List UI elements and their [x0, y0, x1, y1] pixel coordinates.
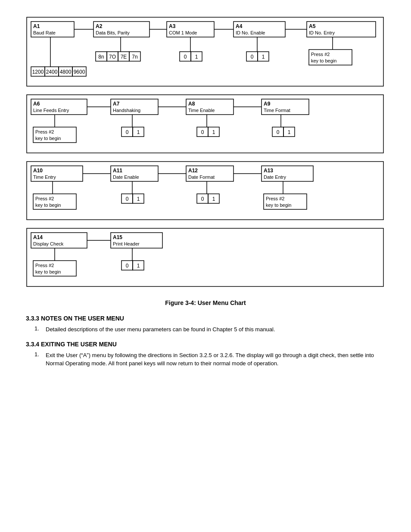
- svg-text:ID No. Enable: ID No. Enable: [236, 30, 265, 35]
- svg-text:Baud Rate: Baud Rate: [33, 30, 56, 35]
- svg-text:A4: A4: [236, 23, 243, 29]
- svg-text:A15: A15: [113, 234, 122, 240]
- svg-text:Handshaking: Handshaking: [113, 108, 140, 113]
- row3-svg: A10 Time Entry Press #2 key to begin A11…: [27, 162, 384, 224]
- svg-text:Line Feeds Entry: Line Feeds Entry: [33, 108, 69, 113]
- svg-rect-52: [27, 95, 383, 153]
- svg-text:Data Bits, Parity: Data Bits, Parity: [96, 30, 130, 35]
- svg-text:A2: A2: [96, 23, 103, 29]
- svg-text:8n: 8n: [98, 54, 104, 60]
- svg-text:A3: A3: [169, 23, 176, 29]
- svg-text:1: 1: [195, 54, 198, 60]
- svg-text:9600: 9600: [74, 69, 85, 75]
- flowchart-wrapper: A1 Baud Rate 1200 2400 4800 9600 A2 Data…: [27, 17, 384, 291]
- notes-num-1: 1.: [34, 325, 41, 334]
- svg-text:0: 0: [126, 263, 129, 269]
- svg-text:1: 1: [212, 196, 215, 202]
- exit-heading: 3.3.4 EXITING THE USER MENU: [26, 341, 385, 348]
- svg-text:key to begin: key to begin: [35, 136, 61, 141]
- svg-text:A5: A5: [309, 23, 316, 29]
- svg-text:0: 0: [201, 129, 204, 135]
- svg-text:A12: A12: [188, 168, 198, 174]
- svg-text:A1: A1: [33, 23, 40, 29]
- row1-svg: A1 Baud Rate 1200 2400 4800 9600 A2 Data…: [27, 17, 384, 90]
- svg-text:7E: 7E: [121, 54, 127, 60]
- svg-text:1: 1: [262, 54, 265, 60]
- svg-text:ID No. Entry: ID No. Entry: [309, 30, 335, 35]
- svg-text:7O: 7O: [109, 54, 116, 60]
- notes-section: 3.3.3 NOTES ON THE USER MENU 1. Detailed…: [26, 315, 385, 334]
- svg-text:Date Enable: Date Enable: [113, 174, 139, 180]
- svg-text:Press #2: Press #2: [35, 196, 54, 201]
- svg-text:A14: A14: [33, 234, 43, 240]
- svg-text:0: 0: [201, 196, 204, 202]
- svg-text:key to begin: key to begin: [266, 202, 291, 208]
- svg-text:A7: A7: [113, 101, 120, 107]
- svg-text:A13: A13: [264, 168, 273, 174]
- svg-text:Time Entry: Time Entry: [33, 174, 56, 180]
- svg-text:Date Format: Date Format: [188, 174, 215, 180]
- svg-text:Press #2: Press #2: [266, 196, 284, 201]
- svg-text:1: 1: [137, 196, 140, 202]
- svg-text:key to begin: key to begin: [35, 202, 61, 208]
- svg-text:0: 0: [277, 129, 280, 135]
- svg-text:Display Check: Display Check: [33, 241, 64, 246]
- notes-item-1: 1. Detailed descriptions of the user men…: [26, 325, 385, 334]
- svg-text:1: 1: [137, 263, 140, 269]
- svg-text:Print Header: Print Header: [113, 241, 140, 246]
- svg-text:0: 0: [184, 54, 187, 60]
- svg-text:A9: A9: [264, 101, 271, 107]
- svg-rect-87: [27, 162, 383, 220]
- svg-text:1: 1: [137, 129, 140, 135]
- svg-text:Press #2: Press #2: [35, 129, 54, 134]
- notes-heading: 3.3.3 NOTES ON THE USER MENU: [26, 315, 385, 322]
- row2-svg: A6 Line Feeds Entry Press #2 key to begi…: [27, 95, 384, 157]
- svg-text:A10: A10: [33, 168, 43, 174]
- svg-text:key to begin: key to begin: [311, 58, 336, 63]
- svg-text:Press #2: Press #2: [311, 52, 330, 57]
- svg-text:2400: 2400: [46, 69, 58, 75]
- exit-num-1: 1.: [34, 351, 41, 368]
- svg-text:0: 0: [126, 196, 129, 202]
- svg-text:Time Enable: Time Enable: [188, 108, 215, 113]
- svg-text:1: 1: [212, 129, 215, 135]
- figure-caption: Figure 3-4: User Menu Chart: [26, 299, 385, 306]
- row4-svg: A14 Display Check Press #2 key to begin …: [27, 228, 384, 291]
- svg-text:A6: A6: [33, 101, 40, 107]
- exit-item-1: 1. Exit the User (“A”) menu by following…: [26, 351, 385, 368]
- svg-text:A11: A11: [113, 168, 122, 174]
- svg-text:0: 0: [251, 54, 254, 60]
- svg-text:Date Entry: Date Entry: [264, 174, 286, 180]
- svg-text:A8: A8: [188, 101, 195, 107]
- svg-text:COM 1 Mode: COM 1 Mode: [169, 30, 197, 35]
- svg-rect-0: [27, 17, 383, 86]
- exit-section: 3.3.4 EXITING THE USER MENU 1. Exit the …: [26, 341, 385, 368]
- svg-text:Time Format: Time Format: [264, 108, 290, 113]
- svg-rect-121: [27, 228, 383, 286]
- svg-text:key to begin: key to begin: [35, 269, 61, 274]
- svg-text:0: 0: [126, 129, 129, 135]
- svg-text:7n: 7n: [132, 54, 137, 60]
- exit-text-1: Exit the User (“A”) menu by following th…: [46, 351, 385, 368]
- notes-text-1: Detailed descriptions of the user menu p…: [46, 325, 275, 334]
- svg-text:1: 1: [288, 129, 291, 135]
- svg-text:4800: 4800: [60, 69, 72, 75]
- svg-text:1200: 1200: [32, 69, 44, 75]
- svg-text:Press #2: Press #2: [35, 263, 54, 268]
